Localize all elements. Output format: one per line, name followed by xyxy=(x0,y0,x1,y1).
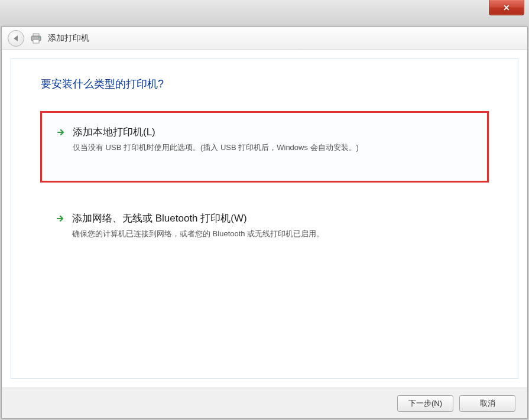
option-title: 添加本地打印机(L) xyxy=(73,125,473,139)
option-title: 添加网络、无线或 Bluetooth 打印机(W) xyxy=(72,211,473,225)
next-button[interactable]: 下一步(N) xyxy=(397,395,453,412)
close-button[interactable]: ✕ xyxy=(489,0,524,15)
close-icon: ✕ xyxy=(503,3,510,12)
back-button[interactable] xyxy=(8,30,24,47)
option-add-network-printer[interactable]: 添加网络、无线或 Bluetooth 打印机(W) 确保您的计算机已连接到网络，… xyxy=(41,211,488,251)
content-area: 要安装什么类型的打印机? 添加本地打印机(L) 仅当没有 USB 打印机时使用此… xyxy=(11,58,518,379)
back-arrow-icon xyxy=(14,35,18,41)
svg-point-3 xyxy=(38,37,40,38)
header-title: 添加打印机 xyxy=(48,33,89,44)
option-text: 添加本地打印机(L) 仅当没有 USB 打印机时使用此选项。(插入 USB 打印… xyxy=(73,125,473,153)
header-bar: 添加打印机 xyxy=(2,27,527,50)
page-heading: 要安装什么类型的打印机? xyxy=(41,77,488,91)
arrow-right-icon xyxy=(56,128,66,137)
svg-rect-2 xyxy=(33,40,39,43)
printer-icon xyxy=(30,33,42,44)
option-description: 仅当没有 USB 打印机时使用此选项。(插入 USB 打印机后，Windows … xyxy=(73,142,473,153)
cancel-button[interactable]: 取消 xyxy=(459,395,515,412)
arrow-right-icon xyxy=(56,214,65,223)
button-bar: 下一步(N) 取消 xyxy=(2,388,527,418)
option-text: 添加网络、无线或 Bluetooth 打印机(W) 确保您的计算机已连接到网络，… xyxy=(72,211,473,239)
option-add-local-printer[interactable]: 添加本地打印机(L) 仅当没有 USB 打印机时使用此选项。(插入 USB 打印… xyxy=(41,112,488,182)
option-description: 确保您的计算机已连接到网络，或者您的 Bluetooth 或无线打印机已启用。 xyxy=(72,229,473,239)
title-bar xyxy=(0,0,529,17)
wizard-window: 添加打印机 要安装什么类型的打印机? 添加本地打印机(L) 仅当没有 USB 打… xyxy=(1,27,528,419)
